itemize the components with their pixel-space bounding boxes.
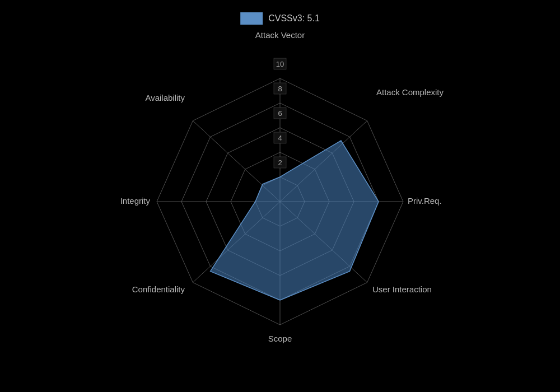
axis-label-integrity: Integrity bbox=[120, 196, 151, 206]
axis-label-availability: Availability bbox=[145, 93, 185, 102]
chart-container: CVSSv3: 5.1 .grid-line { stroke: #666; s… bbox=[0, 0, 560, 392]
axis-label-confidentiality: Confidentiality bbox=[132, 284, 185, 294]
radar-chart: .grid-line { stroke: #666; stroke-width:… bbox=[0, 0, 560, 392]
axis-label-attack-complexity: Attack Complexity bbox=[376, 87, 444, 97]
svg-text:10: 10 bbox=[276, 60, 284, 68]
svg-text:8: 8 bbox=[278, 85, 282, 93]
axis-label-user-interaction: User Interaction bbox=[372, 284, 432, 294]
svg-text:2: 2 bbox=[278, 158, 282, 167]
svg-text:4: 4 bbox=[278, 134, 282, 142]
axis-label-priv-req: Priv.Req. bbox=[408, 196, 442, 206]
axis-label-attack-vector: Attack Vector bbox=[255, 30, 305, 40]
svg-text:6: 6 bbox=[278, 109, 282, 118]
svg-marker-13 bbox=[211, 141, 379, 300]
axis-label-scope: Scope bbox=[268, 334, 292, 343]
